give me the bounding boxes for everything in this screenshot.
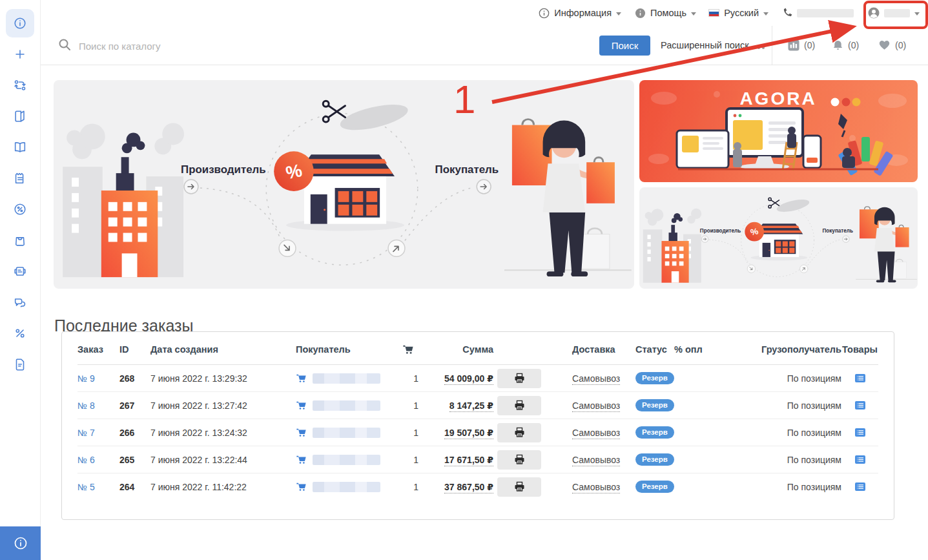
sidebar-item-documents[interactable]: [6, 350, 34, 379]
order-goods-button[interactable]: [841, 455, 878, 464]
order-delivery-method[interactable]: Самовывоз: [572, 428, 620, 439]
notifications-count: (0): [848, 40, 859, 50]
chevron-down-icon: [763, 12, 768, 16]
order-link[interactable]: № 9: [77, 373, 95, 384]
sidebar-item-catalog[interactable]: [6, 102, 34, 130]
user-account-menu[interactable]: [868, 0, 923, 26]
sidebar-item-discounts[interactable]: [6, 319, 34, 347]
promo-banner-agora[interactable]: AGORA: [639, 80, 918, 182]
order-amount[interactable]: 17 671,50 ₽: [444, 455, 493, 466]
order-delivery-method[interactable]: Самовывоз: [572, 455, 620, 466]
heart-icon: [878, 39, 891, 50]
banner-icon: [13, 264, 27, 278]
order-quantity: 1: [398, 373, 418, 384]
sidebar-item-invoices[interactable]: [6, 164, 34, 192]
favorites-counter[interactable]: (0): [878, 39, 906, 50]
promo-banner-main[interactable]: [54, 80, 634, 289]
customer-name-redacted: [313, 428, 380, 438]
info-icon: [13, 535, 28, 551]
col-created: Дата создания: [150, 344, 296, 355]
order-id: 264: [119, 482, 150, 492]
sidebar-item-book[interactable]: [6, 133, 34, 161]
order-quantity: 1: [398, 455, 418, 465]
order-id: 266: [119, 428, 150, 438]
sidebar-item-info[interactable]: [6, 9, 34, 37]
help-menu[interactable]: Помощь: [635, 0, 696, 26]
search-button[interactable]: Поиск: [599, 36, 650, 56]
customer-name-redacted: [313, 400, 380, 411]
phone-icon: [782, 8, 792, 18]
percent-icon: [13, 326, 27, 340]
order-delivery-method[interactable]: Самовывоз: [572, 400, 620, 412]
print-button[interactable]: [497, 423, 541, 442]
info-filled-icon: [635, 8, 646, 19]
table-row: № 6 265 7 июня 2022 г. 13:22:44 1 17 671…: [77, 446, 878, 473]
order-goods-button[interactable]: [841, 428, 878, 437]
order-link[interactable]: № 5: [77, 482, 95, 492]
order-consignee: По позициям: [714, 455, 841, 465]
order-link[interactable]: № 8: [77, 400, 95, 411]
print-button[interactable]: [497, 369, 541, 388]
language-menu[interactable]: Русский: [708, 0, 768, 26]
print-button[interactable]: [497, 477, 541, 497]
sidebar-item-messages[interactable]: [6, 288, 34, 316]
print-button[interactable]: [497, 396, 541, 415]
status-badge: Резерв: [635, 481, 674, 493]
phone-contact: [782, 0, 854, 26]
order-amount[interactable]: 37 867,50 ₽: [444, 482, 493, 493]
user-name-redacted: [884, 9, 910, 17]
russian-flag-icon: [708, 9, 719, 17]
order-amount[interactable]: 19 507,50 ₽: [444, 428, 493, 439]
order-buyer[interactable]: [296, 455, 398, 465]
order-buyer[interactable]: [296, 428, 398, 438]
order-goods-button[interactable]: [841, 401, 878, 410]
recent-orders-table: Заказ ID Дата создания Покупатель Сумма …: [61, 331, 894, 520]
search-bar: Поиск Расширенный поиск (0) (0) (0): [41, 26, 928, 65]
sidebar-item-add[interactable]: [6, 40, 34, 68]
user-avatar-icon: [868, 7, 880, 19]
order-quantity: 1: [398, 428, 418, 438]
printer-icon: [514, 373, 525, 384]
notifications-counter[interactable]: (0): [832, 39, 859, 51]
order-delivery-method[interactable]: Самовывоз: [572, 373, 620, 385]
col-delivery: Доставка: [564, 344, 635, 355]
document-icon: [13, 357, 27, 371]
order-buyer[interactable]: [296, 400, 398, 411]
catalog-search-input[interactable]: [77, 35, 442, 57]
order-goods-button[interactable]: [841, 482, 878, 491]
order-link[interactable]: № 7: [77, 428, 95, 438]
advanced-search-link[interactable]: Расширенный поиск: [661, 40, 765, 50]
col-consignee: Грузополучатель: [714, 344, 841, 355]
order-amount[interactable]: 54 009,00 ₽: [444, 373, 493, 385]
comparison-count: (0): [804, 40, 815, 50]
promo-banner-thumbnail[interactable]: [639, 187, 918, 289]
order-goods-button[interactable]: [841, 374, 878, 382]
customer-name-redacted: [313, 455, 380, 465]
order-created-date: 7 июня 2022 г. 13:29:32: [150, 373, 296, 384]
order-amount[interactable]: 8 147,25 ₽: [449, 400, 493, 412]
sidebar-item-purchases[interactable]: [6, 226, 34, 254]
orders-table-header: Заказ ID Дата создания Покупатель Сумма …: [77, 332, 878, 365]
dots-icon: [753, 47, 765, 49]
order-created-date: 7 июня 2022 г. 13:22:44: [150, 455, 296, 465]
receipt-icon: [13, 171, 27, 185]
col-amount: Сумма: [418, 344, 493, 355]
col-status: Статус: [635, 344, 674, 355]
order-buyer[interactable]: [296, 373, 398, 384]
sidebar-item-promotions[interactable]: [6, 195, 34, 223]
open-book-icon: [13, 140, 27, 154]
table-row: № 5 264 7 июня 2022 г. 11:42:22 1 37 867…: [77, 473, 878, 500]
print-button[interactable]: [497, 450, 541, 470]
sidebar-item-news[interactable]: [6, 257, 34, 285]
order-id: 267: [119, 400, 150, 411]
order-buyer[interactable]: [296, 482, 398, 492]
information-menu[interactable]: Информация: [539, 0, 621, 26]
sidebar-footer-info[interactable]: [0, 526, 41, 560]
sidebar-item-transfers[interactable]: [6, 71, 34, 99]
comparison-counter[interactable]: (0): [788, 39, 815, 51]
order-created-date: 7 июня 2022 г. 13:27:42: [150, 400, 296, 411]
order-delivery-method[interactable]: Самовывоз: [572, 482, 620, 493]
list-icon: [855, 401, 865, 410]
order-link[interactable]: № 6: [77, 455, 95, 465]
status-badge: Резерв: [635, 372, 674, 384]
